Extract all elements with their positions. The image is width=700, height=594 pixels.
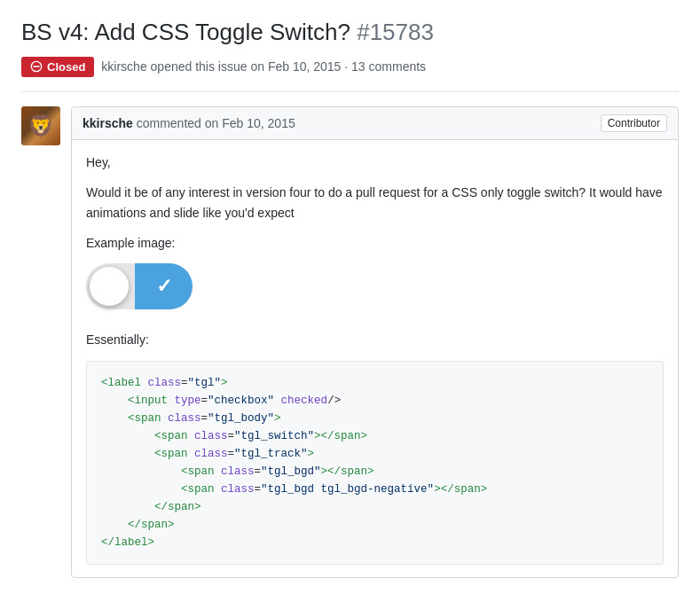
toggle-container: ✓ [86, 263, 664, 312]
page-title: BS v4: Add CSS Toggle Switch? #15783 [21, 18, 679, 48]
comment-author: kkirsche [83, 116, 133, 130]
toggle-knob [90, 267, 129, 306]
comment-line-1: Hey, [86, 152, 664, 172]
toggle-switch[interactable]: ✓ [86, 263, 193, 309]
code-line-3: <span class="tgl_body"> [101, 410, 649, 427]
checkmark-icon: ✓ [156, 275, 172, 298]
comment-line-2: Would it be of any interest in version f… [86, 183, 664, 223]
closed-icon [30, 60, 43, 73]
code-line-5: <span class="tgl_track"> [101, 445, 649, 463]
comment-body: Hey, Would it be of any interest in vers… [72, 140, 678, 577]
toggle-active-area: ✓ [135, 263, 193, 309]
avatar: 🦁 [21, 106, 60, 145]
contributor-badge: Contributor [601, 114, 667, 132]
issue-meta-bar: Closed kkirsche opened this issue on Feb… [21, 57, 679, 92]
essentially-label: Essentially: [86, 330, 664, 349]
issue-number: #15783 [357, 19, 434, 45]
code-line-6: <span class="tgl_bgd"></span> [101, 463, 649, 481]
comment-header-info: kkirsche commented on Feb 10, 2015 [83, 116, 295, 130]
comment-date: Feb 10, 2015 [222, 116, 295, 130]
comment-header: kkirsche commented on Feb 10, 2015 Contr… [72, 107, 678, 140]
code-line-7: <span class="tgl_bgd tgl_bgd-negative"><… [101, 481, 649, 498]
code-block: <label class="tgl"> <input type="checkbo… [86, 361, 664, 565]
closed-badge: Closed [21, 57, 94, 77]
comment-box: kkirsche commented on Feb 10, 2015 Contr… [71, 106, 679, 578]
code-line-9: </span> [101, 516, 649, 534]
code-line-4: <span class="tgl_switch"></span> [101, 427, 649, 445]
example-label: Example image: [86, 233, 664, 253]
code-line-8: </span> [101, 498, 649, 516]
code-line-2: <input type="checkbox" checked/> [101, 392, 649, 410]
avatar-image: 🦁 [21, 106, 60, 145]
title-text: BS v4: Add CSS Toggle Switch? [21, 19, 350, 45]
code-line-10: </label> [101, 534, 649, 551]
comment-action: commented on [137, 116, 223, 130]
issue-meta-text: kkirsche opened this issue on Feb 10, 20… [101, 59, 426, 74]
comment-wrapper: 🦁 kkirsche commented on Feb 10, 2015 Con… [21, 106, 679, 578]
code-line-1: <label class="tgl"> [101, 374, 649, 392]
closed-badge-label: Closed [47, 60, 85, 74]
